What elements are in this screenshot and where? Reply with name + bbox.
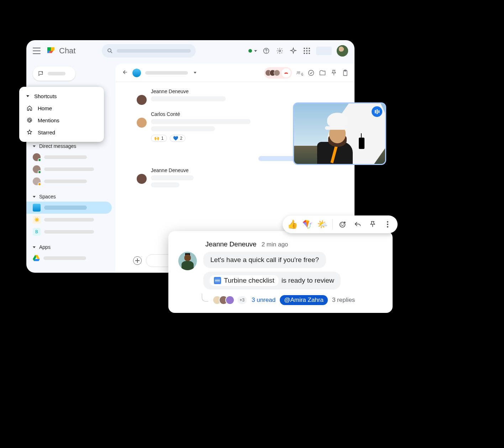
space-item[interactable]: B bbox=[26, 226, 112, 238]
thread-summary[interactable]: +3 3 unread @Amira Zahra 3 replies bbox=[178, 295, 383, 305]
workspace-badge[interactable] bbox=[316, 47, 332, 55]
drive-icon bbox=[33, 255, 40, 261]
search-bar[interactable] bbox=[102, 44, 196, 58]
reaction-chip[interactable]: 💙2 bbox=[170, 135, 186, 142]
product-logo[interactable]: Chat bbox=[46, 46, 75, 56]
docs-icon bbox=[214, 277, 221, 284]
shortcuts-menu: Shortcuts Home Mentions Starred bbox=[19, 87, 104, 142]
space-item[interactable]: ☀️ bbox=[26, 214, 112, 226]
participant-video bbox=[312, 113, 362, 164]
add-reaction-button[interactable] bbox=[336, 218, 349, 231]
chevron-down-icon[interactable] bbox=[194, 72, 196, 74]
spaces-section-header[interactable]: Spaces bbox=[26, 192, 115, 202]
reply-button[interactable] bbox=[351, 218, 364, 231]
letter-icon: B bbox=[33, 228, 41, 236]
space-item-active[interactable] bbox=[26, 202, 112, 214]
star-icon bbox=[26, 129, 33, 135]
reaction-count: 1 bbox=[161, 136, 164, 141]
presence-dot-icon bbox=[38, 170, 41, 174]
detail-sender-avatar[interactable] bbox=[178, 252, 197, 270]
call-participants bbox=[265, 70, 280, 76]
hangup-button[interactable] bbox=[282, 68, 291, 78]
dm-section-header[interactable]: Direct messages bbox=[26, 141, 115, 151]
apps-section-title: Apps bbox=[39, 244, 51, 250]
home-icon bbox=[26, 105, 33, 111]
message[interactable]: Jeanne Deneuve bbox=[137, 167, 333, 187]
space-avatar-icon bbox=[132, 69, 141, 77]
members-button[interactable]: 6 bbox=[296, 69, 303, 76]
svg-point-3 bbox=[266, 52, 267, 53]
react-kite[interactable]: 🪁 bbox=[301, 218, 314, 231]
gemini-button[interactable] bbox=[289, 47, 298, 55]
clipboard-button[interactable] bbox=[342, 69, 349, 76]
menu-icon[interactable] bbox=[33, 48, 41, 54]
emoji-kite-icon: 🪁 bbox=[302, 219, 313, 229]
account-avatar[interactable] bbox=[337, 45, 348, 57]
shortcuts-header[interactable]: Shortcuts bbox=[19, 90, 104, 102]
help-button[interactable] bbox=[262, 47, 271, 55]
new-chat-icon bbox=[38, 70, 44, 77]
more-actions-button[interactable] bbox=[381, 218, 394, 231]
spaces-section-title: Spaces bbox=[39, 194, 56, 199]
shortcut-mentions[interactable]: Mentions bbox=[19, 114, 104, 126]
more-participants-badge[interactable]: +3 bbox=[237, 295, 247, 305]
sender-avatar bbox=[137, 95, 147, 105]
svg-point-14 bbox=[28, 119, 31, 121]
presence-status[interactable] bbox=[248, 49, 257, 53]
pin-message-button[interactable] bbox=[366, 218, 379, 231]
reaction-chip[interactable]: 🙌1 bbox=[151, 135, 167, 142]
new-chat-button[interactable] bbox=[33, 66, 75, 81]
react-sun[interactable]: 🌤️ bbox=[316, 218, 329, 231]
svg-point-16 bbox=[341, 224, 342, 224]
add-attachment-button[interactable] bbox=[133, 256, 142, 265]
status-active-icon bbox=[248, 49, 252, 53]
presence-dot-icon bbox=[38, 158, 41, 162]
svg-point-0 bbox=[108, 49, 111, 52]
message-action-bar: 👍 🪁 🌤️ bbox=[283, 215, 398, 233]
dm-item[interactable] bbox=[26, 151, 112, 163]
tasks-button[interactable] bbox=[308, 69, 315, 76]
shortcut-home[interactable]: Home bbox=[19, 102, 104, 114]
app-item-drive[interactable] bbox=[26, 252, 112, 264]
active-call-pill[interactable] bbox=[264, 67, 292, 79]
back-button[interactable] bbox=[121, 69, 128, 77]
shortcuts-title: Shortcuts bbox=[34, 93, 57, 99]
apps-grid-icon bbox=[304, 48, 310, 54]
settings-button[interactable] bbox=[275, 47, 284, 55]
reply-count[interactable]: 3 replies bbox=[332, 297, 355, 304]
sender-avatar bbox=[137, 174, 147, 184]
search-icon bbox=[107, 48, 113, 54]
svg-point-9 bbox=[309, 70, 314, 75]
speaking-indicator-icon bbox=[372, 106, 382, 117]
apps-section-header[interactable]: Apps bbox=[26, 242, 115, 252]
pin-button[interactable] bbox=[330, 69, 337, 76]
svg-line-1 bbox=[111, 52, 112, 53]
svg-point-17 bbox=[343, 224, 343, 224]
emoji-sun-cloud-icon: 🌤️ bbox=[317, 219, 328, 229]
detail-timestamp: 2 min ago bbox=[262, 241, 288, 248]
chat-logo-icon bbox=[46, 46, 56, 56]
message-bubble-with-chip[interactable]: Turbine checklist is ready to review bbox=[203, 272, 341, 289]
video-call-thumbnail[interactable] bbox=[293, 102, 386, 165]
sender-name: Jeanne Deneuve bbox=[151, 167, 194, 173]
sun-icon: ☀️ bbox=[33, 216, 41, 224]
google-apps-button[interactable] bbox=[303, 47, 311, 55]
svg-point-7 bbox=[297, 71, 298, 73]
document-chip[interactable]: Turbine checklist bbox=[210, 275, 279, 286]
unread-count[interactable]: 3 unread bbox=[252, 297, 275, 304]
emoji-heart-icon: 💙 bbox=[173, 136, 178, 141]
shortcut-starred[interactable]: Starred bbox=[19, 126, 104, 138]
mention-chip[interactable]: @Amira Zahra bbox=[280, 295, 328, 305]
member-count: 6 bbox=[301, 73, 303, 76]
files-button[interactable] bbox=[319, 69, 326, 76]
dm-item[interactable] bbox=[26, 175, 112, 187]
space-title[interactable] bbox=[145, 71, 188, 75]
svg-point-4 bbox=[279, 50, 281, 52]
dm-item[interactable] bbox=[26, 163, 112, 175]
svg-point-15 bbox=[340, 222, 345, 228]
message-bubble[interactable]: Let's have a quick call if you're free? bbox=[203, 252, 326, 268]
more-icon bbox=[387, 221, 388, 228]
app-header: Chat bbox=[26, 40, 355, 62]
react-thumbs-up[interactable]: 👍 bbox=[286, 218, 299, 231]
presence-away-icon bbox=[38, 182, 41, 186]
